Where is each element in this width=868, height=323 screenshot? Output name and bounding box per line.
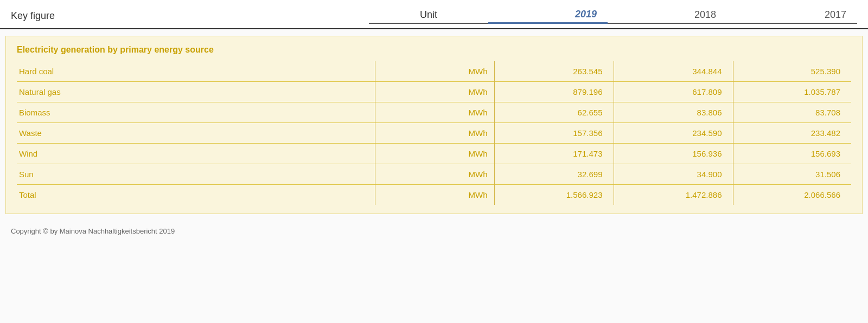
cell-2018-6: 1.472.886 [614,185,733,205]
cell-unit-6: MWh [375,185,494,205]
cell-name-0: Hard coal [17,61,375,82]
cell-2018-1: 617.809 [614,82,733,102]
table-row: Biomass MWh 62.655 83.806 83.708 [17,102,851,123]
cell-unit-0: MWh [375,61,494,82]
cell-2017-4: 156.693 [733,144,851,164]
table-row: Hard coal MWh 263.545 344.844 525.390 [17,61,851,82]
cell-2019-5: 32.699 [494,164,614,185]
year-2019-header: 2019 [488,9,608,24]
cell-2017-6: 2.066.566 [733,185,851,205]
table-row: Sun MWh 32.699 34.900 31.506 [17,164,851,185]
cell-2019-2: 62.655 [494,102,614,123]
cell-2017-2: 83.708 [733,102,851,123]
year-2018-header: 2018 [608,9,727,24]
copyright-text: Copyright © by Mainova Nachhaltigkeitsbe… [11,227,175,235]
cell-2017-3: 233.482 [733,123,851,144]
cell-2018-2: 83.806 [614,102,733,123]
section-title: Electricity generation by primary energy… [17,45,851,55]
cell-2019-6: 1.566.923 [494,185,614,205]
table-row: Natural gas MWh 879.196 617.809 1.035.78… [17,82,851,102]
footer: Copyright © by Mainova Nachhaltigkeitsbe… [0,221,868,242]
page-container: Key figure Unit 2019 2018 2017 Electrici… [0,0,868,323]
cell-2017-5: 31.506 [733,164,851,185]
cell-2017-0: 525.390 [733,61,851,82]
cell-name-1: Natural gas [17,82,375,102]
cell-2018-4: 156.936 [614,144,733,164]
table-header: Key figure Unit 2019 2018 2017 [0,0,868,29]
year-2017-header: 2017 [727,9,857,24]
cell-unit-3: MWh [375,123,494,144]
unit-header: Unit [369,9,488,24]
cell-2018-0: 344.844 [614,61,733,82]
table-row: Waste MWh 157.356 234.590 233.482 [17,123,851,144]
cell-unit-2: MWh [375,102,494,123]
table-row: Total MWh 1.566.923 1.472.886 2.066.566 [17,185,851,205]
cell-2017-1: 1.035.787 [733,82,851,102]
cell-name-6: Total [17,185,375,205]
cell-2018-3: 234.590 [614,123,733,144]
cell-name-5: Sun [17,164,375,185]
cell-unit-5: MWh [375,164,494,185]
cell-name-2: Biomass [17,102,375,123]
cell-2018-5: 34.900 [614,164,733,185]
cell-2019-1: 879.196 [494,82,614,102]
cell-unit-1: MWh [375,82,494,102]
main-content: Electricity generation by primary energy… [5,36,863,214]
cell-name-4: Wind [17,144,375,164]
data-table: Hard coal MWh 263.545 344.844 525.390 Na… [17,61,851,205]
cell-unit-4: MWh [375,144,494,164]
cell-name-3: Waste [17,123,375,144]
cell-2019-4: 171.473 [494,144,614,164]
cell-2019-0: 263.545 [494,61,614,82]
key-figure-header: Key figure [11,10,369,24]
cell-2019-3: 157.356 [494,123,614,144]
table-row: Wind MWh 171.473 156.936 156.693 [17,144,851,164]
